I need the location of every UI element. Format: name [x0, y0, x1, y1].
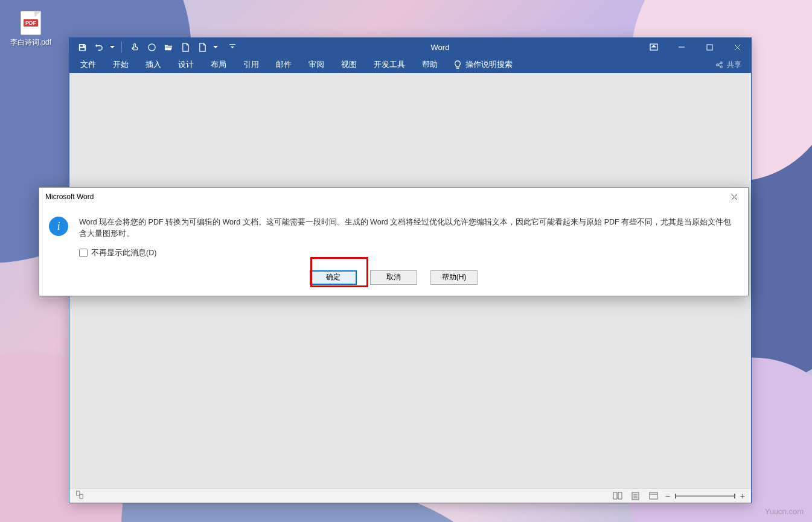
svg-point-7	[720, 62, 722, 63]
svg-rect-12	[80, 494, 83, 498]
close-icon	[731, 194, 738, 200]
statusbar: − +	[69, 488, 751, 503]
window-title: Word	[240, 43, 640, 52]
tab-file[interactable]: 文件	[72, 56, 104, 73]
titlebar: Word	[69, 38, 751, 56]
view-read-mode[interactable]	[611, 490, 624, 502]
chevron-down-icon	[110, 46, 115, 49]
zoom-out-button[interactable]: −	[665, 491, 670, 501]
new-dropdown-arrow[interactable]	[211, 39, 220, 55]
folder-open-icon	[164, 43, 173, 52]
new-button[interactable]	[177, 39, 193, 55]
page-icon	[75, 491, 84, 499]
svg-rect-11	[77, 491, 80, 495]
maximize-icon	[706, 44, 713, 51]
ribbon-display-icon	[650, 43, 658, 51]
save-icon	[78, 43, 87, 52]
svg-rect-3	[707, 45, 712, 50]
minimize-icon	[678, 43, 685, 51]
desktop-file-label: 李白诗词.pdf	[9, 37, 53, 48]
watermark: Yuucn.com	[765, 507, 804, 516]
view-print-layout[interactable]	[629, 490, 642, 502]
close-button[interactable]	[723, 38, 751, 56]
svg-point-8	[720, 66, 722, 68]
pdf-convert-dialog: Microsoft Word i Word 现在会将您的 PDF 转换为可编辑的…	[39, 187, 749, 296]
open-button[interactable]	[161, 39, 176, 55]
dialog-title: Microsoft Word	[45, 193, 94, 201]
chevron-down-icon	[213, 46, 218, 49]
help-button[interactable]: 帮助(H)	[430, 270, 478, 285]
dialog-titlebar: Microsoft Word	[39, 188, 748, 206]
tab-view[interactable]: 视图	[333, 56, 365, 73]
status-page-icon[interactable]	[75, 491, 84, 501]
maximize-button[interactable]	[695, 38, 723, 56]
new-dropdown-button[interactable]	[194, 39, 210, 55]
cancel-button[interactable]: 取消	[370, 270, 417, 285]
undo-dropdown[interactable]	[108, 39, 117, 55]
customize-icon	[229, 44, 235, 50]
checkbox-input[interactable]	[79, 249, 88, 257]
info-icon: i	[49, 217, 68, 236]
svg-point-6	[717, 63, 718, 65]
tab-layout[interactable]: 布局	[202, 56, 235, 73]
tab-design[interactable]: 设计	[170, 56, 202, 73]
quick-access-toolbar	[69, 39, 240, 55]
tab-mailings[interactable]: 邮件	[267, 56, 300, 73]
qat-customize[interactable]	[225, 39, 240, 55]
view-web-layout[interactable]	[647, 490, 660, 502]
tab-insert[interactable]: 插入	[137, 56, 170, 73]
new-document-icon	[181, 43, 190, 52]
ribbon-tabs: 文件 开始 插入 设计 布局 引用 邮件 审阅 视图 开发工具 帮助 操作说明搜…	[69, 56, 751, 73]
lightbulb-icon	[453, 60, 462, 69]
touch-mode-button[interactable]	[127, 39, 142, 55]
circle-icon	[147, 43, 156, 52]
minimize-button[interactable]	[668, 38, 695, 56]
dont-show-again-checkbox[interactable]: 不再显示此消息(D)	[79, 248, 738, 258]
share-icon	[715, 61, 723, 69]
dialog-close-button[interactable]	[726, 189, 742, 205]
svg-point-0	[148, 43, 155, 50]
undo-icon	[95, 43, 104, 52]
read-mode-icon	[613, 492, 622, 500]
tab-help[interactable]: 帮助	[414, 56, 446, 73]
tab-home[interactable]: 开始	[104, 56, 137, 73]
zoom-in-button[interactable]: +	[740, 491, 745, 501]
svg-line-10	[718, 65, 720, 66]
print-layout-icon	[631, 492, 639, 500]
close-icon	[734, 44, 741, 51]
web-layout-icon	[649, 492, 658, 500]
desktop-file-pdf[interactable]: PDF 李白诗词.pdf	[9, 11, 53, 48]
undo-button[interactable]	[91, 39, 107, 55]
share-button[interactable]: 共享	[715, 60, 749, 70]
window-controls	[640, 38, 751, 56]
ok-button[interactable]: 确定	[310, 270, 357, 285]
ribbon-display-button[interactable]	[640, 38, 668, 56]
svg-line-9	[718, 63, 720, 65]
new-document-icon	[198, 43, 207, 52]
pdf-file-icon: PDF	[21, 11, 41, 35]
circle-button[interactable]	[144, 39, 159, 55]
dialog-message: Word 现在会将您的 PDF 转换为可编辑的 Word 文档。这可能需要一段时…	[79, 217, 738, 240]
tab-references[interactable]: 引用	[235, 56, 267, 73]
save-button[interactable]	[74, 39, 90, 55]
zoom-slider[interactable]	[675, 495, 735, 497]
touch-icon	[130, 43, 139, 52]
tell-me-search[interactable]: 操作说明搜索	[446, 59, 520, 70]
tab-review[interactable]: 审阅	[300, 56, 333, 73]
svg-rect-17	[650, 492, 657, 499]
tab-developer[interactable]: 开发工具	[365, 56, 414, 73]
